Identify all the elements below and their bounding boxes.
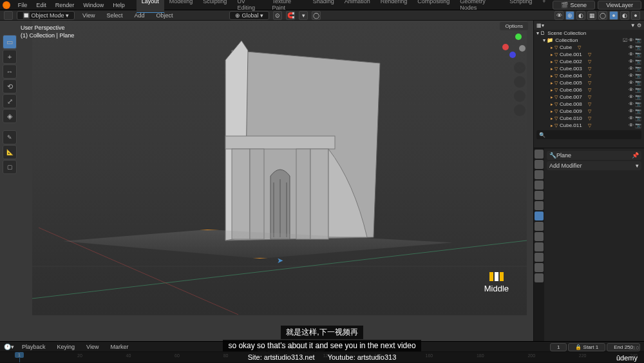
world-tab-icon[interactable] — [535, 191, 544, 200]
start-frame[interactable]: 🔒 Start 1 — [568, 343, 605, 351]
menu-edit[interactable]: Edit — [32, 1, 50, 10]
out-item[interactable]: ▸ ▽Cube.007▽👁📷 — [534, 93, 644, 101]
menu-render[interactable]: Render — [52, 1, 79, 10]
eye-icon[interactable]: 👁 — [629, 123, 634, 128]
out-item[interactable]: ▸ ▽Cube.003▽👁📷 — [534, 65, 644, 72]
rendered-shading-icon[interactable]: ● — [631, 11, 640, 20]
eye-icon[interactable]: 👁 — [629, 87, 634, 93]
gizmo-z-icon[interactable] — [509, 52, 516, 58]
add-modifier-button[interactable]: Add Modifier ▾ — [547, 161, 641, 170]
tab-sculpting[interactable]: Sculpting — [198, 0, 232, 13]
camera-icon[interactable]: 📷 — [635, 94, 641, 100]
outliner-filter-icon[interactable]: ▼ ⚙ — [630, 23, 641, 28]
scene-tab-icon[interactable] — [535, 181, 544, 190]
modifier-tab-icon[interactable] — [535, 211, 544, 221]
eye-icon[interactable]: 👁 — [629, 115, 634, 121]
out-item[interactable]: ▸ ▽Cube.010▽👁📷 — [534, 115, 644, 122]
snap-toggle-icon[interactable]: 🧲 — [286, 11, 295, 20]
menu-file[interactable]: File — [14, 1, 32, 10]
tab-geometry-nodes[interactable]: Geometry Nodes — [455, 0, 504, 13]
camera-icon[interactable]: 📷 — [635, 115, 641, 121]
texture-tab-icon[interactable] — [535, 273, 544, 282]
prev-key-icon[interactable]: ◂ — [277, 342, 286, 351]
rotate-tool[interactable]: ⟲ — [3, 79, 17, 93]
output-tab-icon[interactable] — [535, 160, 544, 169]
persp-ortho-icon[interactable] — [514, 104, 526, 116]
nav-gizmo[interactable] — [500, 32, 526, 58]
snap-type-icon[interactable]: ▾ — [299, 11, 308, 20]
selected-object-row[interactable]: 🔧 Plane 📌 — [547, 151, 641, 160]
prop-edit-icon[interactable]: ◯ — [312, 11, 321, 20]
tab-animation[interactable]: Animation — [339, 0, 375, 13]
jump-end-icon[interactable]: ⏭ — [316, 342, 325, 351]
measure-tool[interactable]: 📐 — [3, 145, 17, 159]
constraint-tab-icon[interactable] — [535, 242, 544, 251]
next-key-icon[interactable]: ▸ — [306, 342, 315, 351]
scene-selector[interactable]: 🎬Scene — [553, 1, 596, 10]
play-rev-icon[interactable]: ◀ — [287, 342, 296, 351]
tl-playback[interactable]: Playback — [18, 342, 50, 351]
camera-icon[interactable]: 📷 — [635, 87, 641, 93]
object-tab-icon[interactable] — [535, 201, 544, 210]
tab-add[interactable]: + — [537, 0, 551, 13]
overlay-toggle-icon[interactable]: ◐ — [576, 11, 585, 20]
camera-icon[interactable]: 📷 — [635, 66, 641, 72]
tl-marker[interactable]: Marker — [106, 342, 132, 351]
out-item[interactable]: ▸ ▽Cube.009▽👁📷 — [534, 108, 644, 115]
tl-view[interactable]: View — [82, 342, 102, 351]
camera-icon[interactable]: 📷 — [635, 52, 641, 57]
zoom-tool-icon[interactable] — [514, 62, 526, 74]
material-tab-icon[interactable] — [535, 263, 544, 272]
gizmo-x-icon[interactable] — [502, 44, 509, 50]
wireframe-icon[interactable]: ◯ — [598, 11, 607, 20]
outliner-search[interactable]: 🔍 — [536, 130, 641, 139]
timeline-type-icon[interactable]: 🕐▾ — [4, 344, 14, 350]
outliner-type-icon[interactable]: ▦▾ — [536, 23, 544, 28]
move-tool[interactable]: ↔ — [3, 64, 17, 79]
out-item[interactable]: ▸ ▽Cube.005▽👁📷 — [534, 79, 644, 86]
submenu-object[interactable]: Object — [152, 11, 176, 20]
viewlayer-selector[interactable]: ViewLayer — [598, 1, 641, 10]
options-button[interactable]: Options — [500, 22, 528, 30]
material-preview-icon[interactable]: ◐ — [620, 11, 629, 20]
out-item[interactable]: ▸ ▽Cube.004▽👁📷 — [534, 72, 644, 79]
orientation-dropdown[interactable]: ⊕ Global ▾ — [229, 11, 269, 20]
eye-icon[interactable]: 👁 — [629, 66, 634, 72]
scale-tool[interactable]: ⤢ — [3, 94, 17, 108]
eye-icon[interactable]: 👁 — [629, 59, 634, 64]
camera-icon[interactable]: 📷 — [635, 44, 641, 50]
gizmo-toggle-icon[interactable]: ⊕ — [565, 11, 574, 20]
tab-rendering[interactable]: Rendering — [375, 0, 413, 13]
current-frame[interactable]: 1 — [550, 343, 567, 351]
play-icon[interactable]: ▶ — [296, 342, 305, 351]
render-tab-icon[interactable] — [535, 150, 544, 159]
eye-icon[interactable]: 👁 — [629, 94, 634, 100]
particle-tab-icon[interactable] — [535, 222, 544, 231]
viewlayer-tab-icon[interactable] — [535, 170, 544, 179]
out-item[interactable]: ▸ ▽Cube.011▽👁📷 — [534, 122, 644, 129]
gizmo-y-icon[interactable] — [515, 34, 522, 40]
annotate-tool[interactable]: ✎ — [3, 130, 17, 144]
camera-tool-icon[interactable] — [514, 90, 526, 102]
data-tab-icon[interactable] — [535, 253, 544, 262]
tab-scripting[interactable]: Scripting — [504, 0, 537, 13]
out-item[interactable]: ▸ ▽Cube▽👁📷 — [534, 44, 644, 51]
submenu-add[interactable]: Add — [130, 11, 148, 20]
tab-compositing[interactable]: Compositing — [412, 0, 455, 13]
pivot-icon[interactable]: ⊙ — [273, 11, 282, 20]
auto-key-icon[interactable]: ● — [258, 342, 267, 351]
camera-icon[interactable]: 📷 — [635, 59, 641, 64]
pan-tool-icon[interactable] — [514, 76, 526, 88]
out-item[interactable]: ▸ ▽Cube.006▽👁📷 — [534, 86, 644, 93]
out-item[interactable]: ▸ ▽Cube.002▽👁📷 — [534, 58, 644, 65]
visibility-icon[interactable]: 👁 — [554, 11, 564, 20]
mode-dropdown[interactable]: 🔲 Object Mode ▾ — [17, 11, 75, 20]
camera-icon[interactable]: 📷 — [635, 123, 641, 128]
viewport-3d[interactable]: User Perspective (1) Collection | Plane … — [0, 21, 533, 341]
select-tool[interactable]: ▭ — [3, 35, 17, 49]
eye-icon[interactable]: 👁 — [629, 108, 634, 114]
camera-icon[interactable]: 📷 — [635, 80, 641, 86]
tl-keying[interactable]: Keying — [53, 342, 79, 351]
physics-tab-icon[interactable] — [535, 232, 544, 241]
eye-icon[interactable]: 👁 — [629, 101, 634, 107]
